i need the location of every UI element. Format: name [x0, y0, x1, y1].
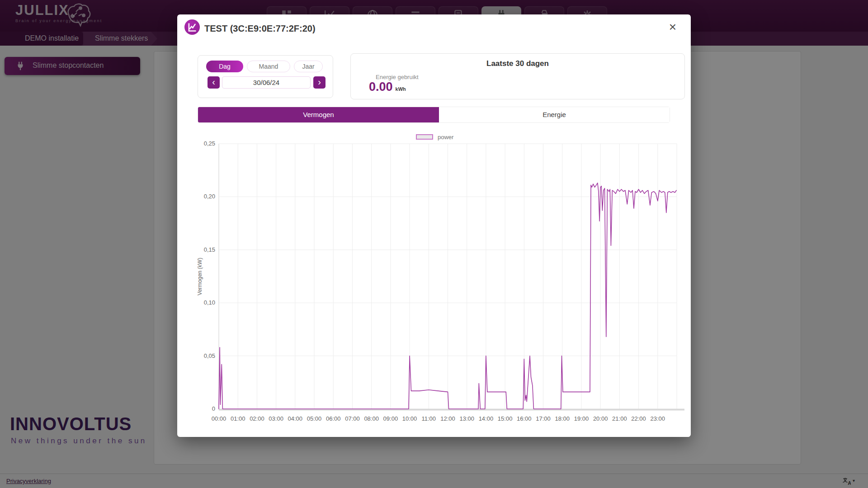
energy-used-value: 0.00: [369, 80, 393, 94]
svg-text:10:00: 10:00: [402, 415, 417, 422]
chart-modal-icon: [184, 19, 200, 35]
svg-text:20:00: 20:00: [593, 415, 608, 422]
svg-text:04:00: 04:00: [288, 415, 303, 422]
svg-text:16:00: 16:00: [517, 415, 532, 422]
svg-text:15:00: 15:00: [498, 415, 513, 422]
svg-text:13:00: 13:00: [459, 415, 474, 422]
next-day-button[interactable]: ›: [313, 76, 326, 89]
energy-used-label: Energie gebruikt: [376, 74, 419, 80]
svg-text:11:00: 11:00: [422, 415, 436, 422]
device-chart-modal: TEST (3C:E9:0E:77:2F:20) × Dag Maand Jaa…: [177, 14, 691, 437]
summary-title: Laatste 30 dagen: [351, 59, 684, 68]
svg-text:Vermogen (kW): Vermogen (kW): [197, 258, 203, 295]
tab-jaar[interactable]: Jaar: [294, 61, 323, 72]
svg-text:21:00: 21:00: [612, 415, 627, 422]
svg-text:12:00: 12:00: [440, 415, 455, 422]
svg-text:23:00: 23:00: [651, 415, 665, 422]
power-chart: 00,050,100,150,200,2500:0001:0002:0003:0…: [177, 127, 691, 435]
svg-text:0,15: 0,15: [204, 246, 215, 253]
svg-text:14:00: 14:00: [479, 415, 494, 422]
close-icon[interactable]: ×: [665, 19, 681, 35]
modal-title: TEST (3C:E9:0E:77:2F:20): [204, 23, 316, 34]
svg-text:0,20: 0,20: [204, 193, 215, 200]
svg-text:0: 0: [212, 405, 215, 412]
svg-text:01:00: 01:00: [231, 415, 245, 422]
svg-text:05:00: 05:00: [307, 415, 322, 422]
svg-text:09:00: 09:00: [383, 415, 398, 422]
svg-text:0,10: 0,10: [204, 299, 215, 306]
svg-text:19:00: 19:00: [574, 415, 589, 422]
energy-used-unit: kWh: [396, 86, 406, 92]
line-chart-icon: [184, 19, 200, 35]
svg-text:06:00: 06:00: [326, 415, 341, 422]
svg-text:02:00: 02:00: [250, 415, 264, 422]
svg-text:0,05: 0,05: [204, 352, 215, 359]
svg-text:18:00: 18:00: [555, 415, 570, 422]
tab-vermogen[interactable]: Vermogen: [198, 107, 439, 122]
tab-maand[interactable]: Maand: [247, 61, 290, 72]
svg-text:03:00: 03:00: [269, 415, 283, 422]
svg-text:08:00: 08:00: [364, 415, 379, 422]
last-30-days-card: Laatste 30 dagen Energie gebruikt 0.00 k…: [350, 53, 685, 99]
svg-text:07:00: 07:00: [345, 415, 360, 422]
tab-energie[interactable]: Energie: [439, 107, 670, 122]
svg-text:0,25: 0,25: [204, 140, 215, 147]
svg-text:17:00: 17:00: [536, 415, 551, 422]
svg-text:22:00: 22:00: [631, 415, 646, 422]
view-tabs: Vermogen Energie: [198, 107, 670, 123]
period-selector-card: Dag Maand Jaar ‹ 30/06/24 ›: [198, 55, 333, 98]
date-input[interactable]: 30/06/24: [222, 76, 311, 89]
tab-dag[interactable]: Dag: [206, 61, 243, 72]
prev-day-button[interactable]: ‹: [208, 76, 220, 89]
svg-text:00:00: 00:00: [212, 415, 226, 422]
